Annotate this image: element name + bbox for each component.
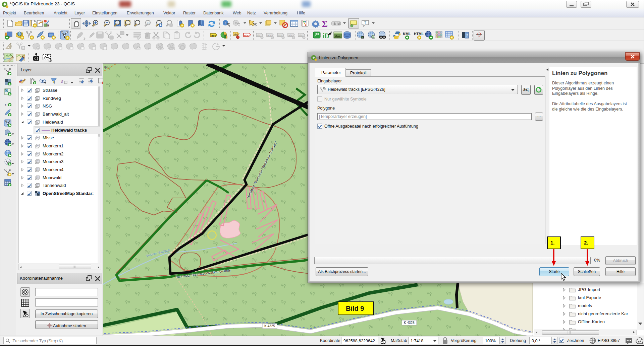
svg-text:K 4325: K 4325 — [264, 324, 275, 328]
svg-text:KML: KML — [403, 32, 411, 36]
svg-text:1:1: 1:1 — [147, 22, 150, 24]
svg-text:abc: abc — [299, 34, 303, 37]
svg-text:HTML: HTML — [414, 32, 424, 36]
svg-text:ab: ab — [234, 33, 237, 36]
svg-text:T: T — [364, 20, 367, 25]
svg-text:iD: iD — [323, 32, 329, 40]
svg-text:?: ? — [466, 33, 468, 38]
svg-text:abc: abc — [278, 34, 282, 37]
svg-text:ab: ab — [257, 34, 260, 37]
svg-text:Σ: Σ — [322, 19, 328, 28]
svg-text:,: , — [5, 99, 7, 106]
svg-text:abc: abc — [211, 34, 216, 37]
svg-text:i: i — [225, 21, 226, 25]
svg-text:abc: abc — [267, 34, 272, 37]
svg-text:abc: abc — [244, 34, 249, 37]
svg-text:abc: abc — [288, 34, 293, 37]
svg-text:a: a — [47, 23, 49, 27]
